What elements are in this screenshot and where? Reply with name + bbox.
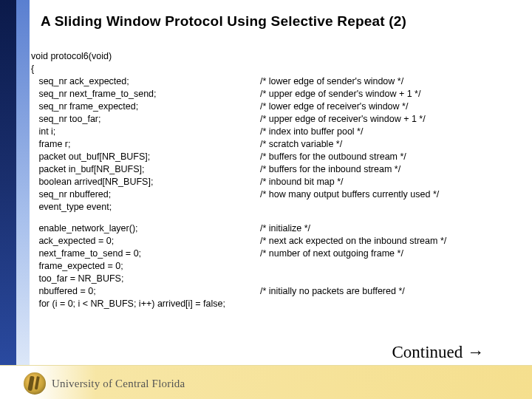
code-line: enable_network_layer();/* initialize */: [31, 222, 525, 235]
code-text: event_type event;: [31, 201, 260, 214]
code-line: seq_nr frame_expected;/* lower edge of r…: [31, 100, 525, 113]
code-text: packet in_buf[NR_BUFS];: [31, 163, 260, 176]
code-line: next_frame_to_send = 0;/* number of next…: [31, 248, 525, 260]
code-comment: /* buffers for the outbound stream */: [260, 151, 406, 163]
slide-title: A Sliding Window Protocol Using Selectiv…: [41, 13, 521, 30]
code-line: ack_expected = 0;/* next ack expected on…: [31, 235, 525, 248]
code-line: event_type event;: [31, 201, 525, 214]
code-comment: /* lower edge of receiver's window */: [260, 100, 408, 113]
code-line: nbuffered = 0;/* initially no packets ar…: [31, 285, 525, 298]
code-comment: /* upper edge of receiver's window + 1 *…: [260, 113, 426, 126]
code-comment: /* scratch variable */: [260, 138, 342, 151]
code-text: packet out_buf[NR_BUFS];: [31, 151, 260, 163]
code-text: seq_nr ack_expected;: [31, 75, 260, 88]
code-text: enable_network_layer();: [31, 222, 260, 235]
code-line: seq_nr ack_expected;/* lower edge of sen…: [31, 75, 525, 88]
ucf-name: University of Central Florida: [52, 378, 185, 390]
ucf-logo: University of Central Florida: [24, 372, 185, 395]
code-line: frame_expected = 0;: [31, 260, 525, 273]
code-text: seq_nr nbuffered;: [31, 188, 260, 201]
code-comment: /* index into buffer pool */: [260, 126, 363, 138]
code-text: next_frame_to_send = 0;: [31, 248, 260, 260]
code-line: seq_nr too_far;/* upper edge of receiver…: [31, 113, 525, 126]
left-band-light: [16, 0, 30, 366]
ucf-seal-icon: [24, 372, 46, 395]
code-comment: /* upper edge of sender's window + 1 */: [260, 88, 420, 100]
code-line: boolean arrived[NR_BUFS];/* inbound bit …: [31, 176, 525, 188]
code-line: seq_nr next_frame_to_send;/* upper edge …: [31, 88, 525, 100]
code-text: nbuffered = 0;: [31, 285, 260, 298]
code-text: int i;: [31, 126, 260, 138]
code-line: seq_nr nbuffered;/* how many output buff…: [31, 188, 525, 201]
code-comment: /* initialize */: [260, 222, 310, 235]
code-text: seq_nr next_frame_to_send;: [31, 88, 260, 100]
code-listing: void protocol6(void) { seq_nr ack_expect…: [31, 50, 525, 310]
code-line: int i;/* index into buffer pool */: [31, 126, 525, 138]
code-line: frame r;/* scratch variable */: [31, 138, 525, 151]
code-line: packet in_buf[NR_BUFS];/* buffers for th…: [31, 163, 525, 176]
code-text: void protocol6(void): [31, 50, 260, 63]
code-line: too_far = NR_BUFS;: [31, 273, 525, 285]
code-text: too_far = NR_BUFS;: [31, 273, 260, 285]
code-line: {: [31, 63, 525, 75]
code-line: void protocol6(void): [31, 50, 525, 63]
code-comment: /* how many output buffers currently use…: [260, 188, 439, 201]
code-text: ack_expected = 0;: [31, 235, 260, 248]
code-comment: /* next ack expected on the inbound stre…: [260, 235, 446, 248]
code-text: seq_nr frame_expected;: [31, 100, 260, 113]
code-comment: /* initially no packets are buffered */: [260, 285, 405, 298]
code-line: for (i = 0; i < NR_BUFS; i++) arrived[i]…: [31, 298, 525, 310]
code-line: packet out_buf[NR_BUFS];/* buffers for t…: [31, 151, 525, 163]
footer-bar: University of Central Florida: [0, 365, 532, 399]
code-comment: /* number of next outgoing frame */: [260, 248, 403, 260]
code-comment: /* buffers for the inbound stream */: [260, 163, 400, 176]
code-comment: /* lower edge of sender's window */: [260, 75, 403, 88]
code-text: seq_nr too_far;: [31, 113, 260, 126]
code-text: boolean arrived[NR_BUFS];: [31, 176, 260, 188]
code-text: frame_expected = 0;: [31, 260, 260, 273]
code-text: {: [31, 63, 260, 75]
code-comment: /* inbound bit map */: [260, 176, 344, 188]
slide: A Sliding Window Protocol Using Selectiv…: [0, 0, 532, 399]
continued-label: Continued →: [392, 343, 484, 362]
code-text: for (i = 0; i < NR_BUFS; i++) arrived[i]…: [31, 298, 260, 310]
left-band-dark: [0, 0, 16, 366]
code-text: frame r;: [31, 138, 260, 151]
